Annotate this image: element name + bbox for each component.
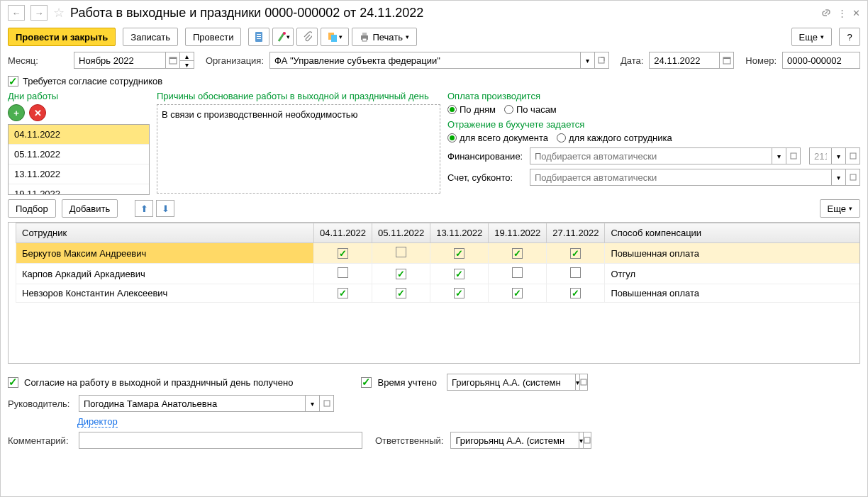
employees-table[interactable]: Сотрудник04.11.202205.11.202213.11.20221… — [16, 223, 860, 303]
remove-day-button[interactable]: ✕ — [29, 104, 46, 121]
code-open-button[interactable] — [846, 147, 860, 164]
day-checkbox[interactable]: ✓ — [570, 288, 581, 298]
financing-open-button[interactable] — [786, 147, 801, 164]
svg-rect-15 — [791, 153, 796, 159]
time-by-input[interactable] — [447, 374, 576, 391]
financing-dropdown-button[interactable]: ▾ — [772, 147, 786, 164]
consent-required-checkbox[interactable]: ✓ — [8, 76, 18, 86]
account-input[interactable] — [530, 169, 832, 186]
table-row[interactable]: Невзоров Константин Алексеевич✓✓✓✓✓Повыш… — [16, 284, 861, 303]
link-icon[interactable] — [820, 7, 832, 18]
month-calendar-button[interactable] — [166, 52, 180, 69]
date-input[interactable] — [649, 52, 720, 69]
account-open-button[interactable] — [846, 169, 860, 186]
payment-by-hours-radio[interactable] — [504, 105, 513, 114]
table-toolbar: Подбор Добавить ⬆ ⬇ Еще ▾ — [1, 195, 867, 222]
time-accounted-checkbox[interactable]: ✓ — [361, 377, 372, 388]
number-input[interactable] — [782, 52, 860, 69]
post-and-close-button[interactable]: Провести и закрыть — [8, 28, 116, 46]
financing-label: Финансирование: — [447, 151, 525, 162]
accounting-whole-doc-radio[interactable] — [447, 133, 457, 143]
attachment-button[interactable] — [296, 28, 318, 46]
manager-open-button[interactable] — [320, 395, 334, 412]
month-input[interactable] — [74, 52, 166, 69]
nav-back-button[interactable]: ← — [8, 5, 25, 21]
move-down-button[interactable]: ⬇ — [156, 200, 174, 217]
day-checkbox[interactable]: ✓ — [570, 248, 581, 259]
org-dropdown-button[interactable]: ▾ — [581, 52, 595, 69]
day-checkbox[interactable]: ✓ — [338, 248, 348, 259]
financing-input[interactable] — [530, 147, 772, 164]
time-by-open-button[interactable] — [580, 374, 588, 391]
day-item[interactable]: 19.11.2022 — [9, 184, 149, 195]
code-input[interactable] — [809, 147, 832, 164]
favorite-icon[interactable]: ☆ — [53, 5, 65, 21]
table-header[interactable]: Способ компенсации — [605, 223, 860, 243]
table-row[interactable]: Карпов Аркадий Аркадиевич✓✓Отгул — [16, 264, 861, 284]
day-checkbox[interactable] — [396, 247, 406, 257]
responsible-open-button[interactable] — [584, 432, 591, 449]
nav-forward-button[interactable]: → — [30, 5, 48, 21]
pick-button[interactable]: Подбор — [8, 199, 56, 218]
day-checkbox[interactable] — [338, 267, 348, 278]
day-checkbox[interactable]: ✓ — [454, 269, 464, 279]
more-button[interactable]: Еще ▾ — [791, 28, 832, 46]
add-day-button[interactable]: + — [8, 104, 25, 121]
employee-name-cell[interactable]: Карпов Аркадий Аркадиевич — [16, 264, 314, 284]
month-up-button[interactable]: ▴ — [180, 52, 194, 60]
svg-rect-12 — [599, 57, 604, 63]
table-header[interactable]: Сотрудник — [16, 223, 314, 243]
consent-received-checkbox[interactable]: ✓ — [8, 377, 18, 388]
manager-dropdown-button[interactable]: ▾ — [306, 395, 320, 412]
close-icon[interactable]: ✕ — [852, 8, 860, 18]
table-header[interactable]: 05.11.2022 — [372, 223, 430, 243]
employee-name-cell[interactable]: Беркутов Максим Андреевич — [16, 243, 314, 264]
print-button[interactable]: Печать ▾ — [352, 28, 417, 46]
payment-by-days-radio[interactable] — [447, 105, 457, 114]
table-header[interactable]: 04.11.2022 — [314, 223, 372, 243]
compensation-cell[interactable]: Повышенная оплата — [605, 284, 860, 303]
day-item[interactable]: 05.11.2022 — [9, 145, 149, 164]
day-checkbox[interactable]: ✓ — [396, 288, 406, 298]
reason-textarea[interactable]: В связи с производственной необходимость… — [157, 104, 440, 194]
help-button[interactable]: ? — [839, 28, 860, 46]
document-icon-button[interactable] — [248, 28, 269, 46]
position-link[interactable]: Директор — [77, 416, 118, 428]
table-more-button[interactable]: Еще ▾ — [820, 199, 860, 218]
related-docs-button[interactable]: ▾ — [321, 28, 349, 46]
accounting-per-employee-radio[interactable] — [557, 133, 566, 143]
day-checkbox[interactable]: ✓ — [512, 288, 523, 298]
day-checkbox[interactable] — [512, 267, 523, 278]
date-calendar-button[interactable] — [720, 52, 734, 69]
more-menu-icon[interactable]: ⋮ — [838, 8, 847, 18]
compensation-cell[interactable]: Повышенная оплата — [605, 243, 860, 264]
day-checkbox[interactable]: ✓ — [454, 288, 464, 298]
add-row-button[interactable]: Добавить — [62, 199, 118, 218]
day-item[interactable]: 04.11.2022 — [9, 125, 149, 145]
manager-input[interactable] — [79, 395, 306, 412]
table-row[interactable]: Беркутов Максим Андреевич✓✓✓✓Повышенная … — [16, 243, 861, 264]
day-checkbox[interactable]: ✓ — [512, 248, 523, 259]
day-item[interactable]: 13.11.2022 — [9, 164, 149, 184]
month-down-button[interactable]: ▾ — [180, 60, 194, 69]
compensation-cell[interactable]: Отгул — [605, 264, 860, 284]
account-dropdown-button[interactable]: ▾ — [832, 169, 846, 186]
table-header[interactable]: 27.11.2022 — [547, 223, 605, 243]
save-button[interactable]: Записать — [123, 28, 178, 46]
code-dropdown-button[interactable]: ▾ — [832, 147, 846, 164]
table-header[interactable]: 13.11.2022 — [430, 223, 489, 243]
org-input[interactable] — [269, 52, 581, 69]
day-checkbox[interactable]: ✓ — [454, 248, 464, 259]
create-based-on-button[interactable]: ▾ — [272, 28, 294, 46]
comment-input[interactable] — [79, 432, 362, 449]
table-header[interactable]: 19.11.2022 — [489, 223, 547, 243]
responsible-input[interactable] — [450, 432, 579, 449]
day-checkbox[interactable] — [570, 267, 581, 278]
employee-name-cell[interactable]: Невзоров Константин Алексеевич — [16, 284, 314, 303]
org-open-button[interactable] — [595, 52, 609, 69]
day-checkbox[interactable]: ✓ — [338, 288, 348, 298]
days-list[interactable]: 04.11.202205.11.202213.11.202219.11.2022 — [8, 124, 150, 195]
move-up-button[interactable]: ⬆ — [135, 200, 153, 217]
day-checkbox[interactable]: ✓ — [396, 269, 406, 279]
post-button[interactable]: Провести — [185, 28, 242, 46]
